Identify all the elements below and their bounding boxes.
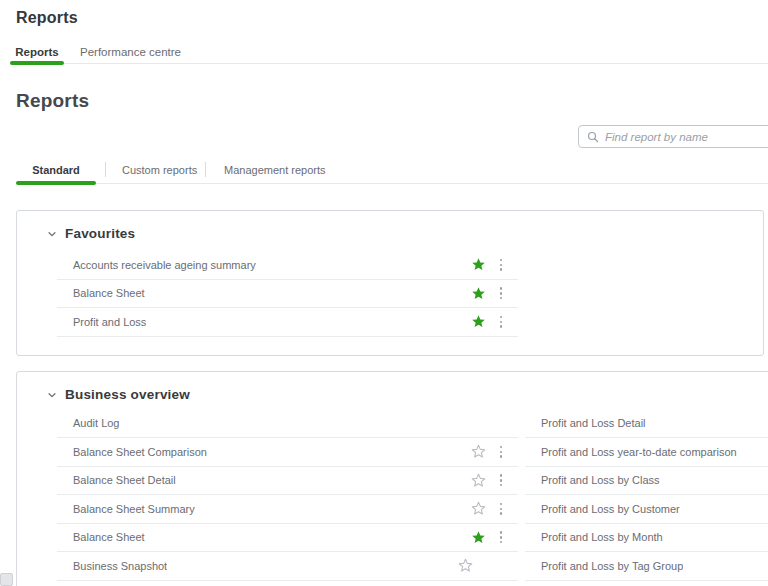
search-icon (587, 131, 599, 143)
report-row[interactable]: Profit and Loss (57, 308, 518, 337)
kebab-menu-icon[interactable] (499, 286, 503, 300)
favourites-list: Accounts receivable ageing summary Balan… (57, 251, 518, 337)
tab-separator (205, 162, 206, 177)
favourites-section: Favourites Accounts receivable ageing su… (16, 210, 764, 356)
favourite-star-icon[interactable] (471, 314, 486, 329)
report-name-link[interactable]: Profit and Loss Detail (525, 417, 646, 429)
tab-reports[interactable]: Reports (10, 43, 64, 63)
report-name-link[interactable]: Profit and Loss by Customer (525, 503, 680, 515)
report-name-link[interactable]: Balance Sheet Detail (57, 474, 176, 486)
tab-custom-reports[interactable]: Custom reports (122, 162, 197, 180)
report-name-link[interactable]: Balance Sheet (57, 287, 145, 299)
report-row[interactable]: Profit and Loss by Class (525, 467, 768, 496)
kebab-menu-icon[interactable] (499, 473, 503, 487)
report-row[interactable]: Profit and Loss by Tag Group (525, 552, 768, 581)
report-name-link[interactable]: Balance Sheet Summary (57, 503, 195, 515)
section-title: Business overview (65, 387, 190, 402)
kebab-menu-icon[interactable] (499, 315, 503, 329)
report-row[interactable]: Profit and Loss by Month (525, 524, 768, 553)
kebab-menu-icon[interactable] (499, 445, 503, 459)
kebab-menu-icon[interactable] (499, 258, 503, 272)
favourite-star-outline-icon[interactable] (471, 501, 486, 516)
favourite-star-outline-icon[interactable] (471, 444, 486, 459)
favourite-star-outline-icon[interactable] (471, 473, 486, 488)
report-row[interactable]: Profit and Loss Detail (525, 410, 768, 439)
report-row[interactable]: Balance Sheet Comparison (57, 438, 518, 467)
tab-management-reports[interactable]: Management reports (224, 162, 326, 180)
report-name-link[interactable]: Balance Sheet Comparison (57, 446, 207, 458)
business-overview-section: Business overview Audit Log Balance Shee… (16, 371, 768, 586)
report-search-box[interactable] (578, 125, 768, 148)
section-title: Favourites (65, 226, 135, 241)
favourite-star-icon[interactable] (471, 530, 486, 545)
report-row[interactable]: Profit and Loss by Customer (525, 495, 768, 524)
chevron-down-icon[interactable] (47, 390, 57, 400)
favourites-section-header[interactable]: Favourites (47, 226, 135, 241)
report-row[interactable]: Balance Sheet Summary (57, 495, 518, 524)
report-type-tab-bar: Standard Custom reports Management repor… (16, 157, 768, 184)
business-overview-section-header[interactable]: Business overview (47, 387, 190, 402)
window-title: Reports (16, 9, 78, 27)
tab-standard[interactable]: Standard (16, 162, 96, 180)
reports-page: { "window": { "title": "Reports" }, "top… (0, 0, 768, 586)
search-input[interactable] (605, 131, 755, 143)
active-tab-underline (16, 181, 96, 185)
top-tab-bar: Reports Performance centre (10, 43, 768, 64)
tab-separator (105, 162, 106, 177)
page-title: Reports (16, 90, 89, 112)
report-name-link[interactable]: Profit and Loss by Month (525, 531, 663, 543)
report-name-link[interactable]: Profit and Loss by Tag Group (525, 560, 683, 572)
kebab-menu-icon[interactable] (499, 530, 503, 544)
active-tab-underline (10, 61, 64, 65)
favourite-star-icon[interactable] (471, 286, 486, 301)
report-row[interactable]: Business Snapshot (57, 552, 518, 581)
kebab-menu-icon[interactable] (499, 502, 503, 516)
report-name-link[interactable]: Audit Log (57, 417, 119, 429)
corner-widget[interactable] (0, 573, 13, 586)
favourite-star-icon[interactable] (471, 257, 486, 272)
report-name-link[interactable]: Accounts receivable ageing summary (57, 259, 256, 271)
report-name-link[interactable]: Business Snapshot (57, 560, 167, 572)
business-overview-list-left: Audit Log Balance Sheet Comparison Balan… (57, 410, 518, 581)
report-name-link[interactable]: Profit and Loss year-to-date comparison (525, 446, 737, 458)
report-row[interactable]: Balance Sheet Detail (57, 467, 518, 496)
tab-performance-centre[interactable]: Performance centre (70, 43, 191, 63)
report-name-link[interactable]: Profit and Loss by Class (525, 474, 660, 486)
chevron-down-icon[interactable] (47, 229, 57, 239)
business-overview-list-right: Profit and Loss Detail Profit and Loss y… (525, 410, 768, 581)
report-row[interactable]: Balance Sheet (57, 280, 518, 309)
report-row[interactable]: Balance Sheet (57, 524, 518, 553)
report-row[interactable]: Profit and Loss year-to-date comparison (525, 438, 768, 467)
report-row[interactable]: Accounts receivable ageing summary (57, 251, 518, 280)
favourite-star-outline-icon[interactable] (458, 558, 473, 573)
report-row[interactable]: Audit Log (57, 410, 518, 439)
report-name-link[interactable]: Balance Sheet (57, 531, 145, 543)
report-name-link[interactable]: Profit and Loss (57, 316, 146, 328)
